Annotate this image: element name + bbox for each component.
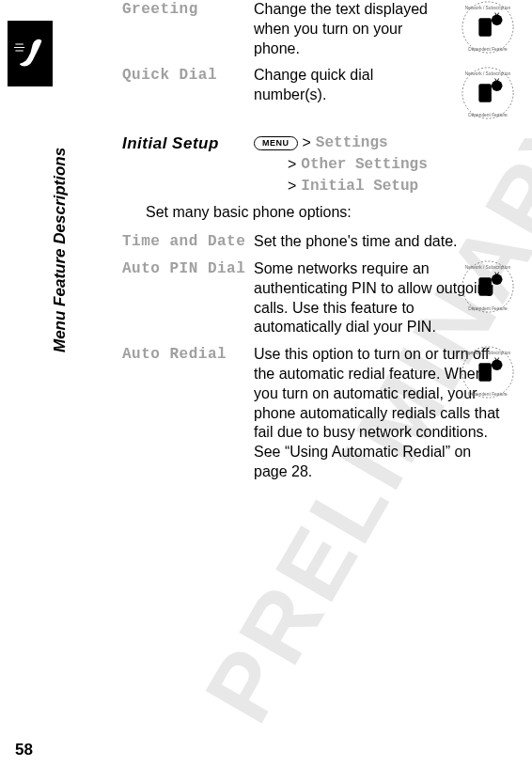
svg-rect-6 (478, 18, 492, 36)
label-time-date: Time and Date (122, 232, 254, 252)
breadcrumb-initial-setup: Initial Setup (301, 177, 418, 196)
svg-rect-21 (478, 363, 492, 381)
network-subscription-icon: Network / Subscription Dependent Feature (461, 0, 515, 55)
svg-text:Network / Subscription: Network / Subscription (465, 71, 511, 76)
network-subscription-icon: Network / Subscription Dependent Feature (461, 259, 515, 314)
network-subscription-icon: Network / Subscription Dependent Feature (461, 345, 515, 399)
left-column (8, 21, 55, 86)
phone-handset-icon (14, 33, 47, 75)
desc-time-date: Set the phone's time and date. (254, 232, 513, 252)
gt-1: > (303, 133, 311, 153)
label-initial-setup: Initial Setup (122, 133, 254, 196)
svg-text:Dependent Feature: Dependent Feature (468, 306, 508, 311)
row-initial-setup: Initial Setup MENU > Settings > Other Se… (122, 133, 513, 196)
page-number: 58 (15, 741, 33, 759)
svg-text:Dependent Feature: Dependent Feature (468, 114, 508, 118)
main-content: Greeting Change the text displayed when … (122, 0, 513, 490)
breadcrumb-line-2: > Other Settings (254, 155, 428, 175)
gt-2: > (288, 155, 296, 175)
network-subscription-icon: Network / Subscription Dependent Feature (461, 66, 515, 120)
breadcrumb-line-1: MENU > Settings (254, 133, 428, 153)
section-title: Menu Feature Descriptions (51, 148, 70, 352)
phone-icon (8, 21, 53, 86)
label-auto-pin: Auto PIN Dial (122, 259, 254, 337)
label-quick-dial: Quick Dial (122, 66, 254, 105)
svg-text:Dependent Feature: Dependent Feature (468, 392, 508, 397)
row-greeting: Greeting Change the text displayed when … (122, 0, 513, 58)
label-auto-redial: Auto Redial (122, 345, 254, 482)
svg-text:Network / Subscription: Network / Subscription (465, 351, 511, 355)
breadcrumb-other-settings: Other Settings (301, 155, 427, 175)
intro-text: Set many basic phone options: (146, 203, 513, 223)
row-auto-pin: Auto PIN Dial Some networks require an a… (122, 259, 513, 337)
svg-text:Dependent Feature: Dependent Feature (468, 47, 508, 52)
svg-text:Network / Subscription: Network / Subscription (465, 265, 511, 270)
menu-button: MENU (254, 136, 298, 151)
row-auto-redial: Auto Redial Use this option to turn on o… (122, 345, 513, 482)
label-greeting: Greeting (122, 0, 254, 58)
svg-text:Network / Subscription: Network / Subscription (465, 6, 511, 10)
row-time-date: Time and Date Set the phone's time and d… (122, 232, 513, 252)
svg-rect-11 (478, 85, 492, 102)
row-quick-dial: Quick Dial Change quick dial number(s). … (122, 66, 513, 105)
gt-3: > (288, 177, 296, 196)
svg-rect-16 (478, 277, 492, 295)
breadcrumb-initial-setup: MENU > Settings > Other Settings > Initi… (254, 133, 428, 196)
breadcrumb-settings: Settings (316, 133, 388, 153)
breadcrumb-line-3: > Initial Setup (254, 177, 428, 196)
